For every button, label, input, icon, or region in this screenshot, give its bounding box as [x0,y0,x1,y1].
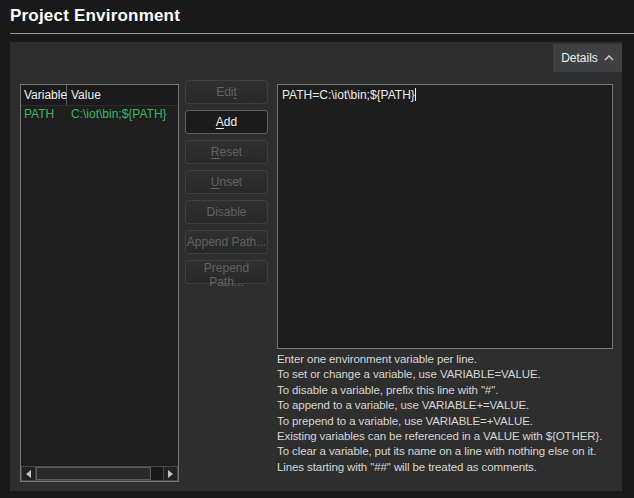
editor-text: PATH=C:\iot\bin;${PATH} [282,88,415,102]
triangle-right-icon [168,470,173,478]
help-line: To append to a variable, use VARIABLE+=V… [277,398,624,413]
scroll-right-button[interactable] [163,467,177,480]
add-button[interactable]: Add [185,110,268,134]
triangle-left-icon [26,470,31,478]
scrollbar-thumb[interactable] [36,467,151,480]
cell-value[interactable]: C:\iot\bin;${PATH} [67,106,178,123]
environment-variables-table[interactable]: Variable Value PATH C:\iot\bin;${PATH} [20,84,179,482]
help-line: To clear a variable, put its name on a l… [277,444,624,459]
table-row[interactable]: PATH C:\iot\bin;${PATH} [21,106,178,123]
prepend-path-button[interactable]: Prepend Path... [185,260,268,284]
column-header-value[interactable]: Value [67,85,178,105]
details-label: Details [561,51,598,65]
table-header: Variable Value [21,85,178,106]
page-title: Project Environment [10,6,180,26]
details-toggle-button[interactable]: Details [553,44,622,72]
disable-button[interactable]: Disable [185,200,268,224]
chevron-up-icon [604,55,614,61]
screen: { "header": { "title": "Project Environm… [0,0,634,498]
help-line: Lines starting with "##" will be treated… [277,460,624,475]
project-environment-panel: Details Variable Value PATH C:\iot\bin;$… [10,42,622,491]
help-line: To disable a variable, prefix this line … [277,383,624,398]
cell-variable[interactable]: PATH [21,106,67,123]
scroll-left-button[interactable] [22,467,36,480]
help-text-block: Enter one environment variable per line.… [277,352,624,475]
reset-button[interactable]: Reset [185,140,268,164]
environment-text-editor[interactable]: PATH=C:\iot\bin;${PATH} [277,84,613,349]
title-separator [10,33,634,34]
action-button-column: Edit Add Reset Unset Disable Append Path… [185,80,268,284]
help-line: To set or change a variable, use VARIABL… [277,367,624,382]
edit-button[interactable]: Edit [185,80,268,104]
column-header-variable[interactable]: Variable [21,85,67,105]
help-line: Existing variables can be referenced in … [277,429,624,444]
horizontal-scrollbar[interactable] [21,466,178,481]
unset-button[interactable]: Unset [185,170,268,194]
text-caret [415,88,416,101]
help-line: Enter one environment variable per line. [277,352,624,367]
help-line: To prepend to a variable, use VARIABLE=+… [277,414,624,429]
append-path-button[interactable]: Append Path... [185,230,268,254]
